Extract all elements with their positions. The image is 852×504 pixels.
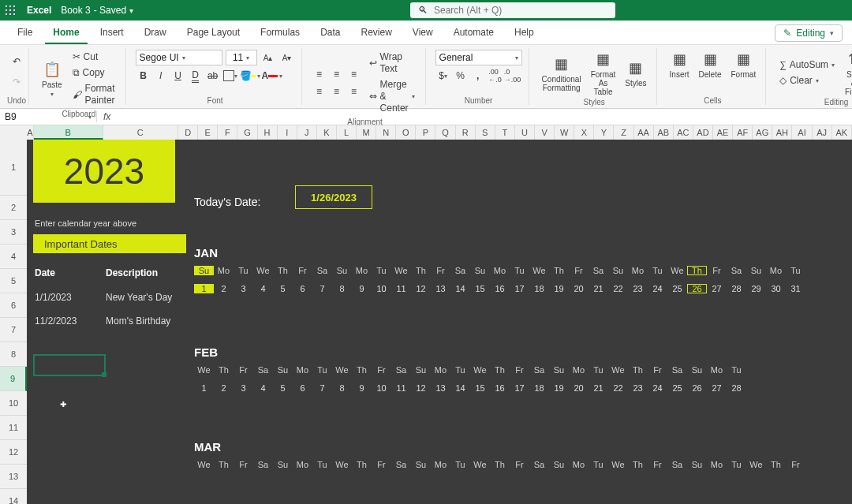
- col-header-D[interactable]: D: [178, 125, 198, 140]
- clear-button[interactable]: ◇Clear▾: [775, 73, 839, 88]
- day-cell[interactable]: 9: [352, 284, 372, 293]
- app-launcher-icon[interactable]: [0, 0, 21, 21]
- day-cell[interactable]: 17: [510, 383, 529, 393]
- day-cell[interactable]: 22: [608, 383, 628, 393]
- tab-review[interactable]: Review: [353, 22, 399, 44]
- col-header-AF[interactable]: AF: [733, 125, 753, 140]
- day-cell[interactable]: 26: [687, 284, 707, 293]
- col-header-A[interactable]: A: [27, 125, 34, 140]
- col-header-AI[interactable]: AI: [792, 125, 812, 140]
- col-header-Y[interactable]: Y: [594, 125, 614, 140]
- accounting-format-button[interactable]: $▾: [435, 69, 451, 83]
- day-cell[interactable]: 30: [766, 284, 786, 293]
- year-cell[interactable]: 2023: [33, 140, 175, 203]
- wrap-text-button[interactable]: ↩Wrap Text: [365, 50, 419, 77]
- tab-draw[interactable]: Draw: [136, 22, 174, 44]
- day-cell[interactable]: 25: [667, 284, 687, 293]
- strikethrough-button[interactable]: ab: [205, 69, 221, 83]
- comma-format-button[interactable]: ,: [470, 69, 486, 83]
- day-cell[interactable]: 15: [470, 284, 490, 293]
- font-size-dropdown[interactable]: 11▾: [226, 50, 257, 65]
- day-cell[interactable]: 10: [372, 383, 391, 393]
- align-top-button[interactable]: ≡: [312, 67, 327, 81]
- align-bottom-button[interactable]: ≡: [346, 67, 362, 81]
- row-header-8[interactable]: 8: [0, 342, 27, 367]
- day-cell[interactable]: 26: [687, 383, 707, 393]
- table-row[interactable]: 11/2/2023: [35, 315, 77, 327]
- day-cell[interactable]: 23: [628, 284, 648, 293]
- tab-page-layout[interactable]: Page Layout: [179, 22, 248, 44]
- col-header-C[interactable]: C: [103, 125, 179, 140]
- day-cell[interactable]: 29: [746, 284, 766, 293]
- day-cell[interactable]: 4: [253, 383, 273, 393]
- format-cells-button[interactable]: ▦Format: [727, 50, 759, 79]
- day-cell[interactable]: 19: [549, 284, 569, 293]
- col-header-H[interactable]: H: [258, 125, 278, 140]
- align-center-button[interactable]: ≡: [329, 84, 345, 99]
- col-header-V[interactable]: V: [535, 125, 555, 140]
- col-header-S[interactable]: S: [476, 125, 495, 140]
- row-header-11[interactable]: 11: [0, 416, 27, 440]
- col-header-AD[interactable]: AD: [693, 125, 713, 140]
- double-underline-button[interactable]: D: [188, 69, 204, 83]
- sheet-area[interactable]: 2023 Enter calendar year above Important…: [27, 140, 852, 504]
- day-cell[interactable]: 12: [411, 383, 431, 393]
- tab-insert[interactable]: Insert: [92, 22, 132, 44]
- day-cell[interactable]: 14: [450, 284, 470, 293]
- day-cell[interactable]: 18: [529, 284, 549, 293]
- copy-button[interactable]: ⧉Copy: [69, 65, 119, 80]
- insert-cells-button[interactable]: ▦Insert: [667, 50, 693, 79]
- day-cell[interactable]: 17: [510, 284, 529, 293]
- col-header-U[interactable]: U: [515, 125, 535, 140]
- row-header-10[interactable]: 10: [0, 391, 27, 416]
- col-header-B[interactable]: B: [34, 125, 103, 140]
- row-header-6[interactable]: 6: [0, 293, 27, 318]
- increase-decimal-button[interactable]: .00←.0: [488, 69, 503, 83]
- day-cell[interactable]: 18: [529, 383, 549, 393]
- day-cell[interactable]: 5: [273, 383, 293, 393]
- day-cell[interactable]: 3: [234, 284, 253, 293]
- col-header-K[interactable]: K: [317, 125, 337, 140]
- font-color-button[interactable]: A: [262, 69, 278, 83]
- col-header-J[interactable]: J: [297, 125, 317, 140]
- row-header-13[interactable]: 13: [0, 465, 27, 489]
- day-cell[interactable]: 2: [214, 284, 234, 293]
- sort-filter-button[interactable]: ⇅Sort & Filter: [842, 50, 852, 96]
- day-cell[interactable]: 24: [648, 383, 667, 393]
- day-cell[interactable]: 8: [332, 383, 352, 393]
- editing-mode-button[interactable]: ✎ Editing ▾: [775, 24, 843, 42]
- day-cell[interactable]: 27: [707, 383, 727, 393]
- day-cell[interactable]: 6: [293, 284, 312, 293]
- day-cell[interactable]: 15: [470, 383, 490, 393]
- day-cell[interactable]: 19: [549, 383, 569, 393]
- day-cell[interactable]: 28: [727, 383, 746, 393]
- col-header-F[interactable]: F: [218, 125, 237, 140]
- col-header-L[interactable]: L: [337, 125, 357, 140]
- day-cell[interactable]: 7: [312, 284, 332, 293]
- row-headers[interactable]: 1234567891011121314: [0, 140, 28, 504]
- day-cell[interactable]: 11: [391, 284, 411, 293]
- column-headers[interactable]: ABCDEFGHIJKLMNOPQRSTUVWXYZAAABACADAEAFAG…: [27, 125, 852, 140]
- tab-view[interactable]: View: [405, 22, 441, 44]
- day-cell[interactable]: 7: [312, 383, 332, 393]
- align-middle-button[interactable]: ≡: [329, 67, 345, 81]
- workbook-name-button[interactable]: Book 3 - Saved ▾: [61, 5, 133, 16]
- col-header-Z[interactable]: Z: [614, 125, 633, 140]
- col-header-AA[interactable]: AA: [634, 125, 654, 140]
- formula-input[interactable]: [117, 109, 852, 125]
- day-cell[interactable]: 6: [293, 383, 312, 393]
- day-cell[interactable]: 31: [786, 284, 805, 293]
- col-header-M[interactable]: M: [357, 125, 376, 140]
- day-cell[interactable]: 8: [332, 284, 352, 293]
- row-header-9[interactable]: 9: [0, 367, 27, 391]
- table-row[interactable]: 1/1/2023: [35, 292, 72, 303]
- italic-button[interactable]: I: [153, 69, 169, 83]
- day-cell[interactable]: 21: [589, 383, 608, 393]
- col-header-AG[interactable]: AG: [753, 125, 772, 140]
- align-left-button[interactable]: ≡: [312, 84, 327, 99]
- undo-button[interactable]: ↶: [9, 54, 24, 69]
- bold-button[interactable]: B: [136, 69, 151, 83]
- align-right-button[interactable]: ≡: [346, 84, 362, 99]
- day-cell[interactable]: 4: [253, 284, 273, 293]
- table-row[interactable]: New Year's Day: [106, 292, 172, 303]
